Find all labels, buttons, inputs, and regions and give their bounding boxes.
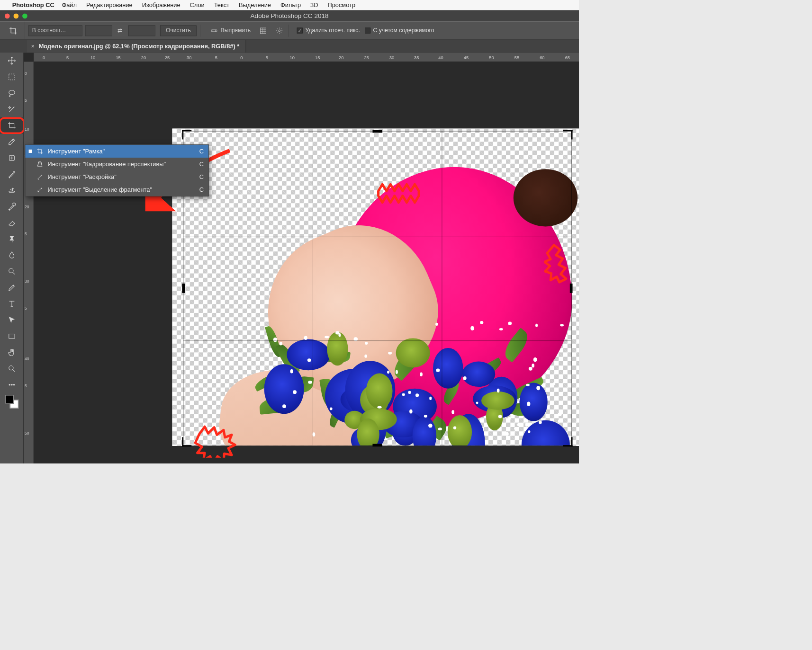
crop-tool-flyout: Инструмент "Рамка" C Инструмент "Кадриро… [25,144,209,196]
flyout-item-slice[interactable]: Инструмент "Раскройка" C [25,170,208,183]
menu-edit[interactable]: Редактирование [86,1,133,9]
ruler-tick: 0 [240,55,243,61]
mac-menu-bar: Photoshop CC Файл Редактирование Изображ… [0,0,579,10]
tool-type[interactable] [0,296,24,312]
slice-icon [36,173,44,180]
ruler-tick: 45 [464,55,469,61]
tool-lasso[interactable] [0,85,24,101]
crop-handle-w[interactable] [182,284,185,293]
ruler-tick: 60 [540,55,544,61]
tool-clone-stamp[interactable] [0,182,24,198]
tool-history-brush[interactable] [0,198,24,214]
menu-type[interactable]: Текст [214,1,229,9]
active-tool-icon[interactable] [1,22,25,40]
window-titlebar: Adobe Photoshop CC 2018 [0,10,579,21]
svg-rect-3 [261,28,266,34]
ruler-tick: 5 [25,98,27,103]
checkbox-icon [297,27,303,33]
crop-handle-n[interactable] [372,130,382,133]
vertical-ruler[interactable]: 0510520530540550 [24,62,34,463]
crop-overlay-grid-button[interactable] [257,25,269,36]
tool-spot-heal[interactable] [0,150,24,166]
tool-magic-wand[interactable] [0,101,24,117]
color-swatches[interactable] [5,395,18,409]
menu-select[interactable]: Выделение [239,1,271,9]
ruler-tick: 5 [266,55,268,61]
crop-handle-s[interactable] [372,444,382,447]
crop-ratio-dropdown[interactable]: В соотнош… ⌄ [28,25,82,36]
crop-handle-se[interactable] [563,437,573,446]
clear-ratio-button[interactable]: Очистить [160,25,197,36]
menu-layer[interactable]: Слои [190,1,205,9]
horizontal-ruler[interactable]: 0510152025305051015202530354045505560657… [34,53,579,62]
tool-dodge[interactable] [0,263,24,279]
tool-path-selection[interactable] [0,312,24,328]
content-aware-label: С учетом содержимого [373,27,434,34]
svg-point-11 [9,268,13,273]
menu-3d[interactable]: 3D [310,1,318,9]
minimize-window-icon[interactable] [14,13,19,18]
crop-icon [36,148,44,154]
zoom-window-icon[interactable] [22,13,27,18]
menu-filter[interactable]: Фильтр [280,1,301,9]
menu-image[interactable]: Изображение [142,1,180,9]
tool-gradient[interactable] [0,231,24,247]
crop-grid-line [183,236,571,236]
crop-width-field[interactable] [85,25,112,36]
annotation-callout-ring [0,117,25,134]
tool-marquee[interactable] [0,69,24,85]
ruler-tick: 35 [414,55,419,61]
straighten-button[interactable]: Выпрямить [208,25,253,36]
crop-handle-ne[interactable] [563,130,573,140]
ruler-tick: 20 [141,55,146,61]
flyout-shortcut: C [199,186,204,193]
tool-zoom[interactable] [0,360,24,376]
menu-view[interactable]: Просмотр [327,1,355,9]
checkbox-icon [365,27,370,33]
tool-hand[interactable] [0,344,24,360]
close-window-icon[interactable] [5,13,10,18]
document-tab-title: Модель оригинал.jpg @ 62,1% (Просмотр ка… [39,43,240,50]
ruler-tick: 40 [25,356,29,361]
document-tab[interactable]: × Модель оригинал.jpg @ 62,1% (Просмотр … [27,40,246,53]
ruler-tick: 10 [90,55,95,61]
flyout-shortcut: C [199,148,204,155]
crop-height-field[interactable] [128,25,155,36]
ruler-tick: 0 [25,71,27,76]
crop-handle-e[interactable] [570,284,573,293]
tool-brush[interactable] [0,166,24,182]
tool-eyedropper[interactable] [0,134,24,150]
tool-rectangle[interactable] [0,328,24,344]
swap-dimensions-icon[interactable]: ⇄ [114,25,126,36]
ruler-tick: 20 [25,205,29,209]
crop-handle-sw[interactable] [182,437,191,446]
content-aware-checkbox[interactable]: С учетом содержимого [365,27,434,34]
flyout-item-perspective-crop[interactable]: Инструмент "Кадрирование перспективы" C [25,158,208,170]
crop-handle-nw[interactable] [182,130,191,140]
tool-edit-toolbar[interactable] [0,377,24,393]
delete-cropped-pixels-checkbox[interactable]: Удалить отсеч. пикс. [297,27,360,34]
ruler-tick: 5 [25,306,27,311]
document-tabs: × Модель оригинал.jpg @ 62,1% (Просмотр … [0,40,579,53]
menu-file[interactable]: Файл [62,1,77,9]
app-name[interactable]: Photoshop CC [12,1,54,9]
close-tab-icon[interactable]: × [31,43,35,50]
flyout-item-slice-select[interactable]: Инструмент "Выделение фрагмента" C [25,183,208,196]
ruler-tick: 15 [116,55,120,61]
crop-settings-button[interactable] [274,25,285,36]
ruler-tick: 30 [187,55,191,61]
tool-crop[interactable] [0,117,24,134]
divider [289,25,289,37]
ruler-tick: 15 [315,55,320,61]
tool-move[interactable] [0,53,24,69]
tool-blur[interactable] [0,247,24,263]
ruler-tick: 50 [25,431,29,436]
flyout-item-crop[interactable]: Инструмент "Рамка" C [25,145,208,158]
ruler-tick: 5 [66,55,69,61]
ruler-tick: 25 [165,55,170,61]
tool-eraser[interactable] [0,214,24,231]
tool-pen[interactable] [0,279,24,295]
crop-bounding-box[interactable] [183,131,571,446]
toolbar [0,53,24,463]
foreground-color-swatch[interactable] [5,395,14,404]
